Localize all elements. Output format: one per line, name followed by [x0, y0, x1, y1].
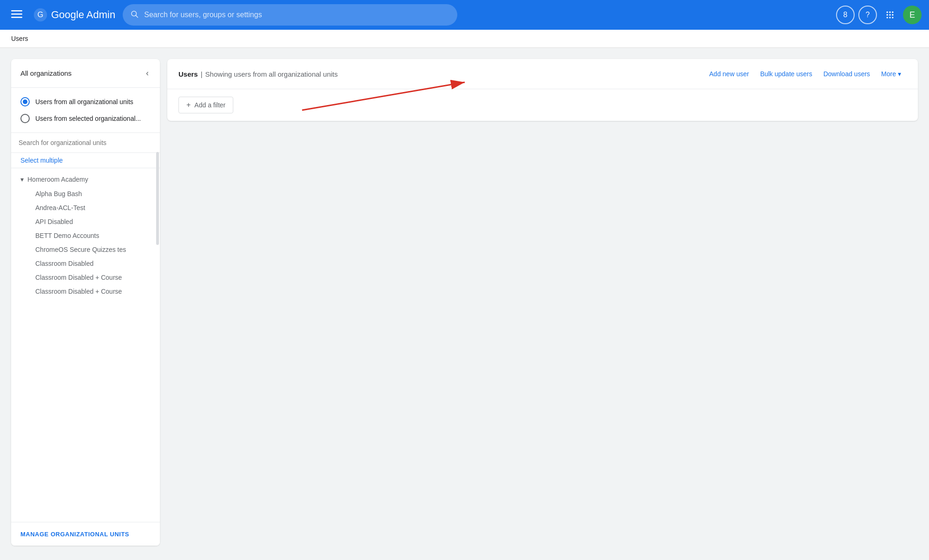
filter-btn-label: Add a filter [194, 101, 225, 109]
more-btn[interactable]: More ▾ [876, 66, 907, 81]
more-label: More [881, 70, 896, 78]
manage-orgs-btn[interactable]: MANAGE ORGANIZATIONAL UNITS [20, 531, 129, 538]
org-tree-parent[interactable]: ▾ Homeroom Academy [11, 172, 160, 187]
radio-selected-orgs-label: Users from selected organizational... [35, 115, 141, 122]
panel-title-section: Users | Showing users from all organizat… [178, 70, 338, 78]
user-avatar[interactable]: E [903, 6, 922, 24]
radio-all-orgs-circle [20, 97, 30, 106]
help-btn[interactable]: ? [858, 6, 877, 24]
sidebar-collapse-btn[interactable]: ‹ [144, 66, 151, 80]
download-users-btn[interactable]: Download users [818, 66, 876, 81]
svg-rect-0 [11, 10, 22, 12]
radio-all-orgs-label: Users from all organizational units [35, 98, 133, 105]
app-header: G Google Admin 8 ? [0, 0, 929, 30]
add-filter-btn[interactable]: + Add a filter [178, 97, 233, 113]
svg-point-8 [889, 12, 890, 13]
svg-rect-2 [11, 17, 22, 18]
panel-actions: Add new user Bulk update users Download … [704, 66, 907, 81]
svg-point-10 [887, 14, 888, 15]
list-item[interactable]: Classroom Disabled [11, 257, 160, 270]
sidebar-footer: MANAGE ORGANIZATIONAL UNITS [11, 522, 160, 546]
svg-point-12 [892, 14, 893, 15]
sidebar: All organizations ‹ Users from all organ… [11, 59, 160, 546]
apps-btn[interactable] [881, 6, 899, 24]
list-item[interactable]: Classroom Disabled + Course‌ [11, 284, 160, 298]
search-input[interactable] [144, 11, 450, 19]
expand-arrow-icon: ▾ [20, 176, 24, 183]
svg-point-9 [892, 12, 893, 13]
panel-title-sub: Showing users from all organizational un… [205, 70, 338, 78]
list-item[interactable]: API Disabled [11, 215, 160, 229]
search-icon [130, 10, 138, 20]
svg-text:G: G [38, 10, 44, 19]
org-tree: ▾ Homeroom Academy Alpha Bug Bash Andrea… [11, 168, 160, 522]
org-search[interactable] [11, 133, 160, 153]
select-multiple-link[interactable]: Select multiple [11, 153, 160, 168]
breadcrumb-text: Users [11, 35, 28, 42]
svg-point-15 [892, 17, 893, 18]
svg-point-14 [889, 17, 890, 18]
main-content: All organizations ‹ Users from all organ… [0, 48, 929, 557]
sidebar-scrollbar[interactable] [156, 152, 159, 245]
list-item[interactable]: Alpha Bug Bash [11, 187, 160, 201]
add-new-user-btn[interactable]: Add new user [704, 66, 755, 81]
main-panel-header: Users | Showing users from all organizat… [167, 59, 918, 89]
account-switcher-btn[interactable]: 8 [836, 6, 855, 24]
app-logo[interactable]: G Google Admin [33, 8, 115, 22]
app-logo-text: Google Admin [51, 9, 115, 21]
org-filter-options: Users from all organizational units User… [11, 88, 160, 133]
org-parent-label: Homeroom Academy [27, 176, 88, 183]
main-panel: Users | Showing users from all organizat… [167, 59, 918, 121]
list-item[interactable]: Classroom Disabled + Course‌ [11, 270, 160, 284]
svg-point-7 [887, 12, 888, 13]
list-item[interactable]: BETT Demo Accounts [11, 229, 160, 243]
breadcrumb: Users [0, 30, 929, 48]
header-icons: 8 ? E [836, 6, 922, 24]
org-search-input[interactable] [19, 139, 152, 146]
svg-line-6 [136, 15, 138, 17]
svg-point-13 [887, 17, 888, 18]
menu-icon[interactable] [7, 5, 26, 26]
list-item[interactable]: ChromeOS Secure Quizzes tes [11, 243, 160, 257]
panel-title-bold: Users [178, 70, 198, 78]
sidebar-title: All organizations [20, 69, 72, 77]
more-chevron-icon: ▾ [898, 70, 901, 78]
list-item[interactable]: Andrea-ACL-Test [11, 201, 160, 215]
sidebar-header: All organizations ‹ [11, 59, 160, 88]
radio-selected-orgs[interactable]: Users from selected organizational... [19, 110, 152, 127]
filter-plus-icon: + [186, 101, 191, 109]
title-separator: | [201, 70, 203, 78]
filter-area: + Add a filter [167, 89, 918, 121]
radio-all-orgs[interactable]: Users from all organizational units [19, 93, 152, 110]
main-panel-wrapper: Users | Showing users from all organizat… [167, 59, 918, 546]
radio-selected-orgs-circle [20, 114, 30, 123]
global-search[interactable] [123, 4, 457, 26]
svg-point-11 [889, 14, 890, 15]
svg-rect-1 [11, 13, 22, 15]
bulk-update-users-btn[interactable]: Bulk update users [755, 66, 818, 81]
